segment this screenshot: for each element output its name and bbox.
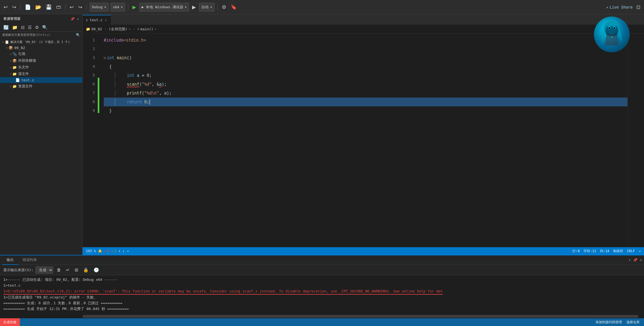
source-dropdown[interactable]: 生成 <box>36 266 53 274</box>
code-content[interactable]: #include<stdio.h> ⊟ int main () { <box>99 34 627 247</box>
output-content: 1>------ 已启动生成: 项目: 09_02, 配置: Debug x64… <box>0 275 644 314</box>
error-num: 0 <box>107 249 109 253</box>
code-line-5: int a = 0 ; <box>104 71 627 80</box>
tab-info[interactable]: 制表符 <box>613 249 623 254</box>
sources-icon: 📁 <box>12 72 17 76</box>
code-editor[interactable]: 1 2 3 4 5 6 7 8 9 <box>83 34 644 247</box>
sep5 <box>217 4 218 10</box>
folder-btn[interactable]: 📁 <box>11 24 19 31</box>
save-all-btn[interactable]: 🗃 <box>55 4 62 10</box>
live-share-btn[interactable]: ↗ Live Share <box>606 5 633 9</box>
sync-btn[interactable]: 🔄 <box>2 24 10 31</box>
output-line-4: 1>已完成生成项目 "09_02.vcxproj" 的操作 - 失败。 <box>3 295 641 300</box>
open-btn[interactable]: 📂 <box>34 4 43 11</box>
solution-label: 解决方案 '09_02' (1 个项目，共 1 个) <box>10 40 70 44</box>
add-source-btn[interactable]: 添加到源代码管理 <box>596 320 622 325</box>
zoom-indicator[interactable]: 193 % <box>86 249 96 253</box>
breadcrumb-scope[interactable]: (全局范围) ▾ <box>109 27 130 32</box>
testc-label: test.c <box>21 78 34 82</box>
output-line-1: 1>------ 已启动生成: 项目: 09_02, 配置: Debug x64… <box>3 277 641 283</box>
config-dropdown[interactable]: Debug ▾ <box>89 3 109 12</box>
resources-expand: ▸ <box>10 85 12 88</box>
output-line-3: 1>D:\VS\09_02\09_02\test.c(6,2): error C… <box>3 289 641 295</box>
ref-icon: 📎 <box>12 52 17 56</box>
build-failed-indicator[interactable]: 生成失败 <box>0 318 20 326</box>
close-panel-icon[interactable]: ✕ <box>640 258 642 262</box>
source-label: 显示输出来源(S): <box>3 268 33 273</box>
search-sidebar-btn[interactable]: 🔍 <box>41 24 49 31</box>
pin-icon[interactable]: 📌 <box>70 17 75 21</box>
lineend-info[interactable]: CRLF <box>627 249 635 253</box>
sep1 <box>20 4 21 10</box>
view-btn[interactable]: ☰ <box>27 24 33 31</box>
run-dropdown[interactable]: ▶ 本地 Windows 调试器 ▾ <box>139 3 189 12</box>
bookmark-btn[interactable]: 🔖 <box>229 4 238 11</box>
continue-btn[interactable]: ▶ <box>191 4 197 11</box>
tree-item-resources[interactable]: ▸ 📁 资源文件 <box>0 83 82 90</box>
collapse-btn[interactable]: ⊟ <box>104 53 106 62</box>
tab-output[interactable]: 输出 <box>2 255 18 265</box>
scrollbar-bottom[interactable] <box>0 314 644 318</box>
solution-expand: ▾ <box>2 41 4 44</box>
bell-icon: 🔔 <box>98 249 102 253</box>
solution-icon: 📋 <box>5 40 9 44</box>
arrow-down-icon[interactable]: ↓ <box>122 249 124 253</box>
sidebar: 资源管理器 📌 ✕ 🔄 📁 ⊟ ☰ ⚙ 🔍 搜索解决方案资源管理器(Ctrl+;… <box>0 14 83 255</box>
corner-avatar <box>594 17 630 52</box>
platform-dropdown[interactable]: x64 ▾ <box>110 3 125 12</box>
col-info: 字符:11 <box>583 249 596 254</box>
pin-panel-icon[interactable]: 📌 <box>633 258 637 262</box>
repo-select[interactable]: 选择仓库 <box>626 320 640 325</box>
lock-btn[interactable]: 🔒 <box>82 267 90 273</box>
ref-expand: ▸ <box>10 53 12 56</box>
collapse-all-btn[interactable]: ⊟ <box>20 24 26 31</box>
save-btn[interactable]: 💾 <box>44 4 53 11</box>
colnum-info: 列:14 <box>600 249 609 254</box>
new-file-btn[interactable]: 📄 <box>23 4 32 11</box>
editor-status-bar: 193 % 🔔 ✕ 0 ⚠ 1 ↑ ↓ → 行:8 字符:11 列:14 制表符 <box>83 247 644 255</box>
search-btn[interactable]: 🔍 <box>76 33 80 37</box>
output-line-6: ========== 生成 开始于 12:31 PM，并花费了 00.845 秒… <box>3 306 641 312</box>
watch-dropdown[interactable]: 自动 ▾ <box>199 3 215 12</box>
undo-btn[interactable]: ↩ <box>68 4 75 11</box>
arrow-right-icon[interactable]: → <box>127 249 129 253</box>
breadcrumb-folder[interactable]: 📁 09_02 <box>86 27 102 31</box>
split-btn[interactable]: ⊞ <box>73 267 80 273</box>
arrow-up-icon[interactable]: ↑ <box>118 249 120 253</box>
error-count[interactable]: ✕ 0 <box>104 249 109 253</box>
tab-close-btn[interactable]: ✕ <box>104 18 107 22</box>
scrollbar-track <box>83 315 638 318</box>
clock-btn[interactable]: 🕐 <box>92 267 100 273</box>
tree-item-external[interactable]: ▸ 📦 外部依赖项 <box>0 57 82 64</box>
code-line-7: printf ( "%d\n" , a ); <box>104 89 627 98</box>
wrap-btn[interactable]: ↵ <box>65 267 71 273</box>
project-node[interactable]: ▾ 📦 09_02 <box>0 45 82 51</box>
breadcrumb-func[interactable]: ⚡ main() ▾ <box>137 27 157 31</box>
layout-btn[interactable]: ⊡ <box>635 4 642 11</box>
breakpoint-btn[interactable]: ⚙ <box>220 4 228 11</box>
solution-node[interactable]: ▾ 📋 解决方案 '09_02' (1 个项目，共 1 个) <box>0 39 82 45</box>
tab-errors[interactable]: 错误列表 <box>18 255 41 265</box>
code-line-8: return 0 ; <box>104 98 627 106</box>
tree-item-headers[interactable]: ▸ 📁 头文件 <box>0 64 82 71</box>
tree-item-ref[interactable]: ▸ 📎 引用 <box>0 51 82 57</box>
row-info[interactable]: 行:8 <box>572 249 580 254</box>
arrow-right2-icon[interactable]: → <box>639 249 641 253</box>
external-icon: 📦 <box>12 59 17 63</box>
ln-1: 1 <box>83 36 95 45</box>
settings-btn[interactable]: ⚙ <box>34 24 40 31</box>
sidebar-header: 资源管理器 📌 ✕ <box>0 14 82 23</box>
back-btn[interactable]: ↩ <box>2 4 9 11</box>
maximize-icon[interactable]: ⬆ <box>629 258 631 262</box>
clear-output-btn[interactable]: 🗑 <box>55 267 62 273</box>
forward-btn[interactable]: ↪ <box>11 4 18 11</box>
warn-count[interactable]: ⚠ 1 <box>111 249 116 253</box>
tab-testc[interactable]: c test.c ✕ <box>83 15 111 25</box>
close-icon[interactable]: ✕ <box>77 17 79 21</box>
ln-3: 3 <box>83 53 95 62</box>
redo-btn[interactable]: ↪ <box>77 4 84 11</box>
run-btn[interactable]: ▶ <box>131 3 137 11</box>
tree-item-sources[interactable]: ▾ 📁 源文件 <box>0 71 82 77</box>
headers-label: 头文件 <box>18 65 29 70</box>
tree-item-testc[interactable]: 📄 test.c <box>0 77 82 83</box>
